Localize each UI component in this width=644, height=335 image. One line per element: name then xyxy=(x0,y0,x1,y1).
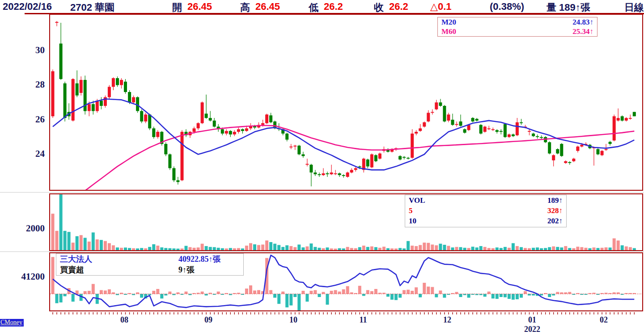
x-axis-ticks xyxy=(0,312,644,315)
price-chart-pane xyxy=(49,14,643,191)
fa-net-label: 買賣超 xyxy=(60,264,178,275)
high-value: 26.45 xyxy=(255,1,280,13)
ma60-label: M60 xyxy=(441,27,456,36)
month-label: 02 xyxy=(595,315,613,325)
price-axis-label: 24 xyxy=(0,148,45,159)
month-label: 08 xyxy=(115,315,133,325)
high-label: 高 xyxy=(240,1,250,14)
pane-separator xyxy=(0,251,644,252)
ma-legend: M20 24.83↑ M60 25.34↑ xyxy=(437,17,597,37)
quote-date: 2022/02/16 xyxy=(3,1,52,13)
stock-id-name: 2702 華園 xyxy=(70,1,114,14)
price-axis-label: 30 xyxy=(0,45,45,56)
fa-total-label: 三大法人 xyxy=(60,254,178,264)
open-label: 開 xyxy=(172,1,182,14)
low-value: 26.2 xyxy=(324,1,343,13)
stock-chart-app: 2022/02/16 2702 華園 開 26.45 高 26.45 低 26.… xyxy=(0,0,644,335)
volume-readout: 量 189↑張 xyxy=(547,1,590,14)
ma20-value: 24.83↑ xyxy=(572,18,593,27)
candlestick-chart xyxy=(50,15,642,190)
vol-ma10-value: 202↑ xyxy=(547,217,563,226)
month-label: 09 xyxy=(199,315,217,325)
price-axis-label: 28 xyxy=(0,79,45,90)
change-value: △0.1 xyxy=(430,1,452,13)
month-label: 12 xyxy=(438,315,456,325)
month-label: 11 xyxy=(354,315,372,325)
period-daily[interactable]: 日線 xyxy=(624,1,644,14)
close-value: 26.2 xyxy=(389,1,408,13)
vol-value: 189↑ xyxy=(547,196,563,205)
month-label: 01 xyxy=(523,315,541,325)
ma60-value: 25.34↑ xyxy=(572,27,593,36)
vol-label: VOL xyxy=(409,196,425,205)
fa-net-value: 9↑張 xyxy=(178,264,195,275)
vol-ma10-label: 10 xyxy=(409,217,416,226)
institutional-legend: 三大法人 40922.85↑張 買賣超 9↑張 xyxy=(56,253,244,276)
volume-legend: VOL 189↑ 5 328↑ 10 202↑ xyxy=(405,195,567,227)
institutional-axis-label: 41200 xyxy=(0,271,45,282)
pane-separator xyxy=(0,192,644,193)
ma20-label: M20 xyxy=(441,18,456,27)
cmoney-logo-link[interactable]: CMoney xyxy=(0,319,24,327)
month-label: 10 xyxy=(284,315,302,325)
change-percent: (0.38%) xyxy=(490,1,524,13)
low-label: 低 xyxy=(309,1,318,14)
vol-ma5-label: 5 xyxy=(409,206,413,215)
price-axis-label: 26 xyxy=(0,114,45,125)
fa-total-value: 40922.85↑張 xyxy=(178,254,221,264)
vol-ma5-value: 328↑ xyxy=(547,206,563,215)
open-value: 26.45 xyxy=(187,1,212,13)
close-label: 收 xyxy=(374,1,384,14)
volume-axis-label: 2000 xyxy=(0,223,45,234)
year-label: 2022 xyxy=(519,325,546,334)
